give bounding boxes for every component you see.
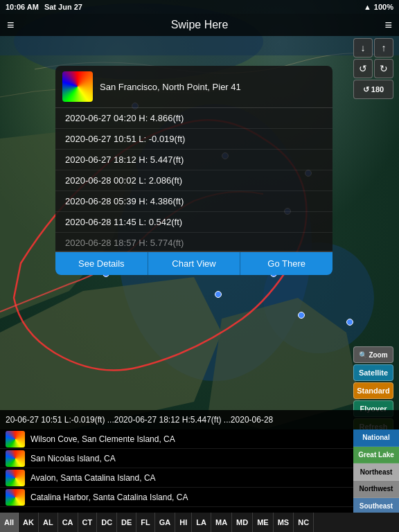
nav-menu-left-icon[interactable]: ≡	[7, 18, 15, 33]
state-tab-ms[interactable]: MS	[274, 513, 294, 532]
action-buttons: See Details Chart View Go There	[55, 251, 332, 275]
state-tab-de[interactable]: DE	[117, 513, 136, 532]
list-item[interactable]: Avalon, Santa Catalina Island, CA	[0, 468, 353, 488]
state-tab-ga[interactable]: GA	[155, 513, 176, 532]
map-marker[interactable]	[346, 319, 353, 326]
tide-row-2: 2020-06-27 18:12 H: 5.447(ft)	[55, 150, 332, 170]
popup-thumbnail	[62, 71, 93, 102]
loc-name-2: Avalon, Santa Catalina Island, CA	[30, 473, 156, 483]
state-tabs: All AK AL CA CT DC DE FL GA HI LA MA MD …	[0, 513, 399, 532]
list-item[interactable]: Catalina Harbor, Santa Catalina Island, …	[0, 488, 353, 507]
tide-row-6-partial: 2020-06-28 18:57 H: 5.774(ft)	[55, 233, 332, 251]
chart-view-button[interactable]: Chart View	[148, 252, 241, 275]
state-tab-fl[interactable]: FL	[136, 513, 154, 532]
map-marker[interactable]	[215, 291, 222, 298]
right-controls: ↓ ↑ ↺ ↻ ↺ 180	[353, 38, 393, 99]
loc-name-3: Catalina Harbor, Santa Catalina Island, …	[30, 493, 188, 502]
loc-name-1: San Nicolas Island, CA	[30, 454, 116, 463]
region-tab-northwest[interactable]: Northwest	[353, 481, 399, 498]
nav-title: Swipe Here	[171, 19, 229, 31]
info-popup: San Francisco, North Point, Pier 41 2020…	[55, 66, 332, 275]
state-tab-la[interactable]: LA	[192, 513, 211, 532]
satellite-button[interactable]: Satellite	[353, 364, 393, 381]
list-item[interactable]: Wilson Cove, San Clemente Island, CA	[0, 429, 353, 449]
state-tab-me[interactable]: ME	[253, 513, 274, 532]
nav-menu-right-icon[interactable]: ≡	[384, 18, 392, 33]
tide-row-5: 2020-06-28 11:45 L: 0.542(ft)	[55, 212, 332, 233]
scroll-up-button[interactable]: ↑	[374, 38, 393, 57]
rotate-180-button[interactable]: ↺ 180	[353, 80, 393, 99]
map-marker[interactable]	[298, 312, 305, 319]
rotate-ccw-button[interactable]: ↺	[353, 59, 373, 78]
list-item[interactable]: San Nicolas Island, CA	[0, 449, 353, 468]
state-tab-hi[interactable]: HI	[175, 513, 192, 532]
popup-title: San Francisco, North Point, Pier 41	[100, 82, 241, 92]
loc-name-0: Wilson Cove, San Clemente Island, CA	[30, 434, 175, 444]
tide-row-4: 2020-06-28 05:39 H: 4.386(ft)	[55, 191, 332, 212]
ticker-text: 20-06-27 10:51 L:-0.019(ft) ...2020-06-2…	[6, 415, 273, 425]
status-bar: 10:06 AM Sat Jun 27 ▲ 100%	[0, 0, 399, 14]
status-date: Sat Jun 27	[44, 3, 82, 11]
battery-status: 100%	[374, 3, 393, 11]
popup-header: San Francisco, North Point, Pier 41	[55, 66, 332, 108]
loc-thumbnail	[6, 470, 25, 486]
state-tab-dc[interactable]: DC	[97, 513, 117, 532]
ticker: 20-06-27 10:51 L:-0.019(ft) ...2020-06-2…	[0, 410, 399, 429]
nav-bar: ≡ Swipe Here ≡	[0, 14, 399, 36]
go-there-button[interactable]: Go There	[240, 252, 332, 275]
state-tab-all[interactable]: All	[0, 513, 19, 532]
location-list: Wilson Cove, San Clemente Island, CA San…	[0, 429, 353, 513]
see-details-button[interactable]: See Details	[55, 252, 148, 275]
tide-row-3: 2020-06-28 00:02 L: 2.086(ft)	[55, 170, 332, 191]
region-tab-greatlake[interactable]: Great Lake	[353, 447, 399, 464]
standard-button[interactable]: Standard	[353, 382, 393, 399]
wifi-icon: ▲	[364, 3, 371, 11]
status-time: 10:06 AM	[6, 3, 39, 11]
state-tab-nc[interactable]: NC	[294, 513, 314, 532]
state-tab-md[interactable]: MD	[232, 513, 253, 532]
state-tab-ct[interactable]: CT	[78, 513, 98, 532]
loc-thumbnail	[6, 431, 25, 447]
region-tab-northeast[interactable]: Northeast	[353, 463, 399, 481]
tide-row-1: 2020-06-27 10:51 L: -0.019(ft)	[55, 129, 332, 150]
loc-thumbnail	[6, 489, 25, 506]
state-tab-ca[interactable]: CA	[58, 513, 78, 532]
state-tab-ak[interactable]: AK	[19, 513, 39, 532]
zoom-toggle[interactable]: 🔍Zoom	[353, 346, 393, 363]
scroll-down-button[interactable]: ↓	[353, 38, 373, 57]
tide-row-0: 2020-06-27 04:20 H: 4.866(ft)	[55, 108, 332, 129]
state-tab-al[interactable]: AL	[39, 513, 58, 532]
loc-thumbnail	[6, 450, 25, 467]
state-tab-ma[interactable]: MA	[211, 513, 232, 532]
rotate-cw-button[interactable]: ↻	[374, 59, 393, 78]
region-tab-national[interactable]: National	[353, 429, 399, 447]
